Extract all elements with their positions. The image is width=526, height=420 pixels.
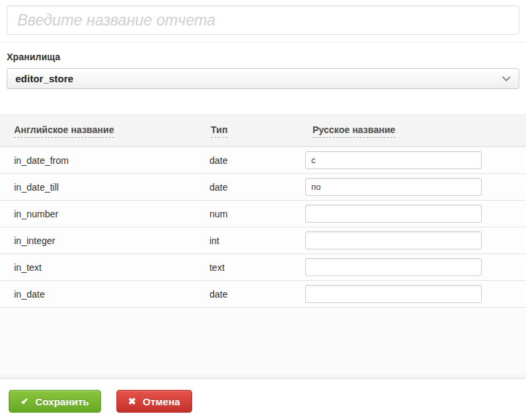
chevron-down-icon [502, 73, 511, 82]
save-button[interactable]: ✔ Сохранить [9, 390, 101, 413]
storage-section: Хранилища editor_store [0, 43, 526, 89]
lower-spacer [0, 308, 526, 373]
header-cell-type: Тип [211, 124, 304, 138]
table-header-row: Английское название Тип Русское название [0, 114, 526, 147]
param-type: date [209, 155, 302, 166]
param-en-name: in_number [0, 209, 209, 219]
header-cell-english: Английское название [0, 124, 211, 138]
sort-russian-name-link[interactable]: Русское название [313, 124, 396, 138]
header-cell-russian: Русское название [304, 124, 526, 138]
param-type: num [209, 209, 302, 219]
table-row: in_date_from date [0, 147, 526, 174]
russian-name-input[interactable] [305, 285, 482, 303]
storage-select[interactable]: editor_store [7, 68, 519, 89]
param-en-name: in_text [0, 262, 209, 273]
sort-type-link[interactable]: Тип [211, 124, 228, 138]
save-button-label: Сохранить [35, 396, 89, 407]
footer-divider [0, 373, 526, 379]
report-name-input[interactable] [7, 5, 519, 35]
storage-select-value: editor_store [15, 73, 502, 84]
table-row: in_date_till date [0, 174, 526, 201]
table-row: in_number num [0, 201, 526, 227]
param-type: date [209, 182, 302, 193]
table-row: in_integer int [0, 227, 526, 254]
table-row: in_date date [0, 281, 526, 308]
table-body: in_date_from date in_date_till date in_n… [0, 147, 526, 308]
param-en-name: in_date_from [0, 155, 209, 166]
storage-label: Хранилища [7, 51, 519, 62]
param-type: date [209, 289, 302, 300]
param-en-name: in_date_till [0, 182, 209, 193]
x-icon: ✖ [128, 396, 137, 407]
cancel-button-label: Отмена [143, 396, 180, 407]
russian-name-input[interactable] [305, 178, 482, 196]
param-type: text [209, 262, 302, 273]
params-table: Английское название Тип Русское название… [0, 114, 526, 308]
russian-name-input[interactable] [305, 258, 482, 276]
param-en-name: in_integer [0, 235, 209, 246]
russian-name-input[interactable] [305, 231, 482, 249]
sort-english-name-link[interactable]: Английское название [14, 124, 114, 138]
cancel-button[interactable]: ✖ Отмена [116, 390, 193, 413]
check-icon: ✔ [21, 396, 29, 407]
russian-name-input[interactable] [305, 205, 482, 223]
report-name-section [0, 0, 526, 35]
param-type: int [209, 235, 302, 246]
table-row: in_text text [0, 254, 526, 281]
action-bar: ✔ Сохранить ✖ Отмена [0, 379, 526, 413]
russian-name-input[interactable] [305, 151, 482, 169]
param-en-name: in_date [0, 289, 209, 300]
